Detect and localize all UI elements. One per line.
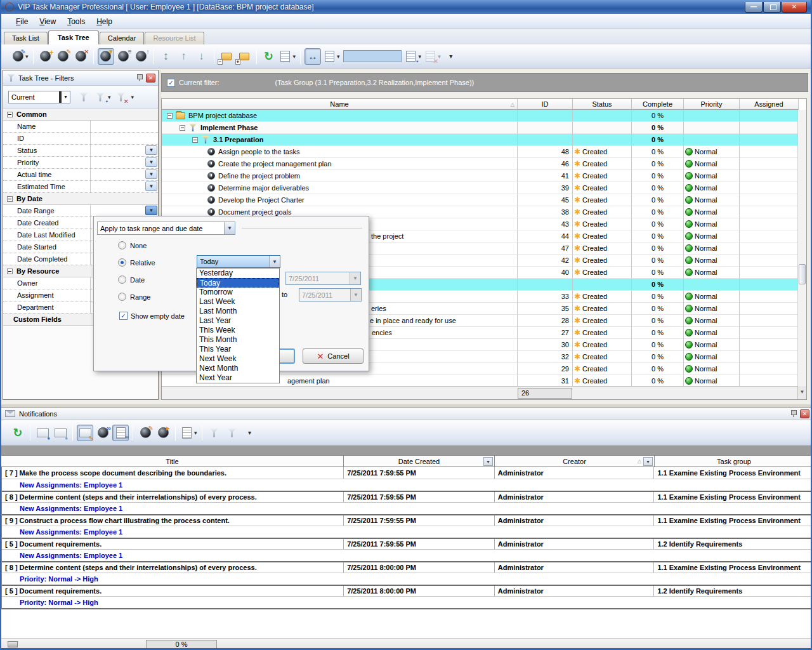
show-empty-date-checkbox[interactable]: [119, 312, 128, 320]
column-header-date-created[interactable]: Date Created: [344, 456, 495, 467]
dropdown-option-today[interactable]: Today: [197, 278, 279, 288]
edit-task-button[interactable]: [137, 425, 154, 441]
column-header-id[interactable]: ID: [518, 99, 573, 110]
edit-filter-button[interactable]: [224, 425, 240, 441]
close-button[interactable]: [782, 2, 807, 13]
fit-columns-button[interactable]: [304, 48, 321, 65]
chevron-down-icon[interactable]: [62, 94, 70, 100]
column-header-task-group[interactable]: Task group: [655, 456, 812, 467]
filter-item-value[interactable]: [91, 133, 158, 144]
more-buttons[interactable]: [443, 48, 459, 65]
dropdown-button[interactable]: [145, 157, 157, 167]
dropdown-option-next-month[interactable]: Next Month: [197, 364, 279, 373]
clear-filter-button[interactable]: [113, 89, 129, 105]
column-header-title[interactable]: Title: [1, 456, 344, 467]
tab-task-tree[interactable]: Task Tree: [48, 30, 99, 45]
scrollbar-thumb[interactable]: [799, 264, 806, 284]
filter-item-estimated-time[interactable]: Estimated Time: [3, 181, 158, 193]
radio-relative[interactable]: [118, 258, 126, 267]
close-panel-button[interactable]: [146, 74, 155, 83]
filter-preset-combo[interactable]: Current: [8, 91, 70, 103]
collapse-icon[interactable]: [7, 196, 13, 202]
notification-row[interactable]: [ 7 ] Make the process scope document de…: [2, 467, 812, 479]
filter-item-value[interactable]: [91, 169, 158, 180]
dropdown-option-this-year[interactable]: This Year: [197, 345, 279, 354]
tab-calendar[interactable]: Calendar: [100, 32, 145, 44]
filter-dropdown-icon[interactable]: [643, 457, 653, 466]
collapse-icon[interactable]: [7, 112, 13, 117]
notification-row[interactable]: [ 8 ] Determine content (steps and their…: [2, 561, 812, 573]
radio-none[interactable]: [118, 241, 126, 249]
column-header-complete[interactable]: Complete: [632, 99, 684, 110]
notification-row[interactable]: [ 5 ] Document requirements.7/25/2011 7:…: [2, 538, 812, 549]
dropdown-option-last-year[interactable]: Last Year: [197, 316, 279, 326]
task-row[interactable]: Implement Phase0 %: [162, 122, 806, 134]
filter-dropdown-icon[interactable]: [483, 457, 493, 466]
notification-row[interactable]: [ 9 ] Construct a process flow chart ill…: [2, 514, 812, 526]
task-row[interactable]: 3.1 Preparation0 %: [162, 134, 806, 146]
filter-item-id[interactable]: ID: [3, 133, 158, 145]
relative-combo[interactable]: Today: [197, 255, 280, 268]
notification-row[interactable]: [ 8 ] Determine content (steps and their…: [2, 491, 812, 502]
tab-task-list[interactable]: Task List: [4, 32, 48, 44]
filter-item-value[interactable]: [91, 121, 158, 132]
task-row[interactable]: Create the project management plan46Crea…: [162, 158, 806, 170]
menu-view[interactable]: View: [34, 16, 62, 27]
apply-mode-combo[interactable]: Apply to task range and due date: [97, 222, 235, 235]
notification-detail[interactable]: Priority: Normal -> High: [2, 573, 812, 585]
move-down-button[interactable]: [193, 48, 210, 65]
mark-unread-button[interactable]: [52, 425, 69, 441]
dropdown-button[interactable]: [145, 169, 157, 179]
refresh-button[interactable]: [10, 425, 26, 441]
filter-item-value[interactable]: [91, 157, 158, 168]
close-panel-button[interactable]: [800, 409, 809, 418]
radio-date[interactable]: [118, 275, 126, 284]
menu-file[interactable]: File: [10, 16, 34, 27]
column-header-name[interactable]: Name: [162, 99, 518, 110]
apply-filter-button[interactable]: [206, 425, 223, 441]
dropdown-option-next-week[interactable]: Next Week: [197, 354, 279, 364]
move-up-button[interactable]: [176, 48, 192, 65]
task-row[interactable]: Assign people to the tasks48Created0 %No…: [162, 146, 806, 158]
filter-item-priority[interactable]: Priority: [3, 157, 158, 169]
chevron-down-icon[interactable]: [269, 256, 280, 267]
notification-detail[interactable]: New Assignments: Employee 1: [2, 502, 812, 514]
apply-filter-button[interactable]: [75, 89, 92, 105]
dropdown-option-this-week[interactable]: This Week: [197, 326, 279, 335]
restore-button[interactable]: [763, 2, 781, 13]
dropdown-button[interactable]: [145, 145, 157, 155]
menu-tools[interactable]: Tools: [62, 16, 91, 27]
save-filter-button[interactable]: [93, 89, 112, 105]
task-notes-button[interactable]: [115, 48, 132, 65]
more-buttons[interactable]: [242, 425, 258, 441]
layout-button[interactable]: [180, 425, 198, 441]
radio-range[interactable]: [118, 293, 126, 301]
refresh-button[interactable]: [261, 48, 277, 65]
filter-tasks-button[interactable]: [98, 48, 114, 65]
new-task-button[interactable]: [11, 48, 29, 65]
dropdown-option-next-year[interactable]: Next Year: [197, 373, 279, 383]
collapse-icon[interactable]: [167, 113, 173, 119]
chevron-down-icon[interactable]: [224, 222, 235, 234]
filter-group-by-date[interactable]: By Date: [3, 193, 158, 205]
edit-task-button[interactable]: [55, 48, 72, 65]
move-task-button[interactable]: [158, 48, 174, 65]
dropdown-option-this-month[interactable]: This Month: [197, 335, 279, 345]
task-row[interactable]: BPM project database0 %: [162, 110, 806, 122]
pin-icon[interactable]: [790, 409, 797, 418]
delete-task-button[interactable]: [73, 48, 89, 65]
collapse-icon[interactable]: [180, 125, 185, 131]
filter-item-value[interactable]: [91, 181, 158, 192]
notification-row[interactable]: [ 5 ] Document requirements.7/25/2011 8:…: [2, 585, 812, 596]
grid-views-button[interactable]: [322, 48, 341, 65]
add-task-button[interactable]: [37, 48, 54, 65]
filter-item-name[interactable]: Name: [3, 121, 158, 133]
pin-icon[interactable]: [136, 74, 143, 82]
minimize-button[interactable]: [745, 2, 763, 13]
filter-item-value[interactable]: [91, 205, 158, 216]
menu-help[interactable]: Help: [91, 16, 118, 27]
column-header-status[interactable]: Status: [573, 99, 632, 110]
vertical-scrollbar[interactable]: [797, 110, 806, 387]
show-details-button[interactable]: [112, 425, 129, 441]
task-row[interactable]: Determine major deliverables39Created0 %…: [162, 182, 806, 194]
